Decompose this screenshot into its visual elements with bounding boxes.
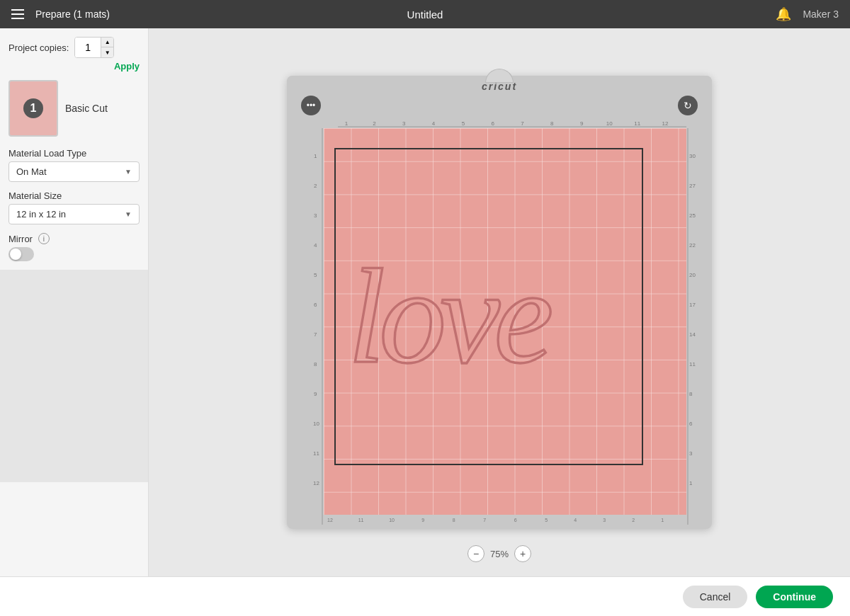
copies-input-wrap: ▲ ▼ <box>74 37 114 58</box>
svg-text:4: 4 <box>574 518 577 523</box>
svg-text:5: 5 <box>314 272 317 278</box>
material-size-label: Material Size <box>8 190 140 201</box>
menu-icon[interactable] <box>11 9 24 19</box>
topbar: Prepare (1 mats) Untitled 🔔 Maker 3 <box>0 0 850 28</box>
svg-text:8: 8 <box>689 391 693 397</box>
cancel-button[interactable]: Cancel <box>683 586 748 608</box>
mirror-row: Mirror i <box>8 233 140 244</box>
material-size-arrow: ▼ <box>125 210 132 218</box>
ruler-top-svg: 1 2 3 4 5 6 7 8 9 10 11 12 <box>338 118 686 128</box>
svg-text:5: 5 <box>545 518 548 523</box>
svg-text:7: 7 <box>483 518 486 523</box>
copies-input[interactable] <box>75 38 101 57</box>
continue-button[interactable]: Continue <box>756 586 833 608</box>
svg-text:2: 2 <box>632 518 635 523</box>
svg-text:30: 30 <box>689 153 696 159</box>
mirror-toggle[interactable] <box>8 247 34 261</box>
svg-text:1: 1 <box>689 480 693 486</box>
svg-text:2: 2 <box>314 183 317 189</box>
svg-text:6: 6 <box>314 302 317 308</box>
svg-text:8: 8 <box>453 518 455 523</box>
svg-text:3: 3 <box>603 518 606 523</box>
toggle-knob <box>10 249 21 260</box>
svg-text:6: 6 <box>689 421 693 427</box>
device-label: Maker 3 <box>803 8 839 20</box>
svg-text:2: 2 <box>373 120 376 127</box>
svg-text:20: 20 <box>689 272 696 278</box>
zoom-in-button[interactable]: + <box>514 545 531 562</box>
project-copies-row: Project copies: ▲ ▼ <box>8 37 140 58</box>
svg-text:5: 5 <box>462 120 465 127</box>
svg-text:6: 6 <box>514 518 517 523</box>
svg-text:4: 4 <box>432 120 436 127</box>
svg-text:25: 25 <box>689 212 696 219</box>
svg-text:3: 3 <box>314 212 317 219</box>
svg-text:12: 12 <box>313 480 319 486</box>
mirror-info-icon[interactable]: i <box>38 233 50 244</box>
svg-text:11: 11 <box>689 361 696 367</box>
material-load-type-value: On Mat <box>16 166 47 177</box>
mat-thumbnail: 1 <box>8 80 58 137</box>
svg-text:10: 10 <box>606 120 613 127</box>
sidebar: Project copies: ▲ ▼ Apply 1 Basic Cut Ma… <box>0 28 149 576</box>
svg-text:11: 11 <box>634 120 640 127</box>
zoom-controls: − 75% + <box>468 545 531 562</box>
svg-text:6: 6 <box>491 120 494 127</box>
svg-text:9: 9 <box>580 120 584 127</box>
canvas-area: cricut 1 2 3 4 5 6 7 <box>149 28 850 576</box>
svg-text:11: 11 <box>358 518 364 523</box>
svg-text:10: 10 <box>389 518 395 523</box>
ruler-left-svg: 1 2 3 4 5 6 7 8 9 10 11 12 <box>312 128 324 525</box>
svg-text:4: 4 <box>314 242 317 249</box>
svg-text:17: 17 <box>689 302 696 308</box>
svg-text:1: 1 <box>314 153 317 159</box>
svg-text:22: 22 <box>689 242 696 249</box>
svg-text:12: 12 <box>662 120 669 127</box>
mirror-label: Mirror <box>8 234 33 244</box>
svg-text:1: 1 <box>661 518 664 523</box>
svg-text:11: 11 <box>313 450 319 457</box>
mat-actions: ••• <box>301 96 321 115</box>
copies-down-arrow[interactable]: ▼ <box>101 47 113 57</box>
cricut-hook <box>485 69 514 83</box>
material-load-type-label: Material Load Type <box>8 148 140 159</box>
svg-text:27: 27 <box>689 183 696 189</box>
mat-grid: love 1 2 3 4 5 6 7 <box>324 128 686 525</box>
svg-text:9: 9 <box>421 518 424 523</box>
mat-dots-button[interactable]: ••• <box>301 96 321 115</box>
material-load-type-dropdown[interactable]: On Mat ▼ <box>8 161 140 182</box>
copies-up-arrow[interactable]: ▲ <box>101 38 113 47</box>
svg-text:3: 3 <box>402 120 406 127</box>
cricut-mat-wrapper: cricut 1 2 3 4 5 6 7 <box>287 76 712 529</box>
svg-text:1: 1 <box>345 120 348 127</box>
design-box: love <box>334 148 642 465</box>
love-svg: love <box>336 149 641 464</box>
mat-label: Basic Cut <box>65 103 108 114</box>
material-load-type-arrow: ▼ <box>125 168 132 176</box>
svg-text:10: 10 <box>313 421 319 427</box>
svg-text:7: 7 <box>314 331 317 338</box>
cricut-mat-outer: cricut 1 2 3 4 5 6 7 <box>287 76 712 529</box>
zoom-out-button[interactable]: − <box>468 545 484 562</box>
mat-item: 1 Basic Cut <box>8 80 140 137</box>
material-size-dropdown[interactable]: 12 in x 12 in ▼ <box>8 204 140 224</box>
zoom-level: 75% <box>490 549 509 559</box>
svg-text:3: 3 <box>689 450 693 457</box>
svg-text:14: 14 <box>689 331 696 338</box>
bottom-bar: Cancel Continue <box>0 576 850 616</box>
copies-arrows: ▲ ▼ <box>101 38 113 57</box>
svg-text:7: 7 <box>521 120 524 127</box>
window-title: Prepare (1 mats) <box>35 8 110 20</box>
cricut-header: cricut <box>287 76 712 97</box>
material-size-value: 12 in x 12 in <box>16 209 66 219</box>
svg-text:9: 9 <box>314 391 317 397</box>
project-copies-label: Project copies: <box>8 42 69 53</box>
svg-text:8: 8 <box>550 120 554 127</box>
apply-button[interactable]: Apply <box>8 61 140 72</box>
mat-refresh-button[interactable]: ↻ <box>678 96 698 115</box>
notifications-icon[interactable]: 🔔 <box>776 6 791 22</box>
svg-text:8: 8 <box>314 361 317 367</box>
mat-number: 1 <box>23 98 43 118</box>
ruler-right-svg: 30 27 25 22 20 17 14 11 8 6 3 1 <box>686 128 698 525</box>
document-title: Untitled <box>407 8 443 21</box>
